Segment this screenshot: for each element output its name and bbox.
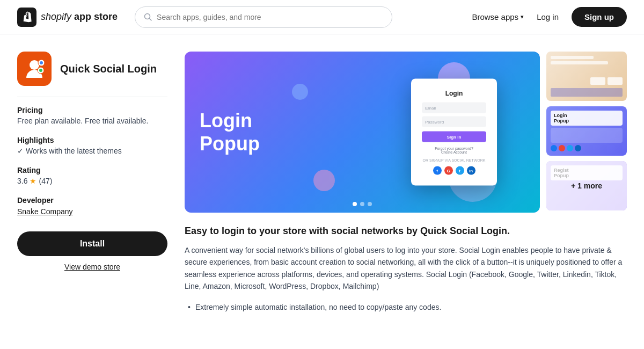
email-field: Email	[422, 103, 486, 113]
browse-apps-label: Browse apps	[472, 12, 518, 21]
login-modal: Login Email Password Sign In Forgot your…	[411, 79, 497, 186]
carousel-dot-2[interactable]	[360, 202, 364, 206]
signin-btn: Sign In	[422, 132, 486, 142]
app-header-row: Quick Social Login	[17, 52, 167, 86]
highlight-1: ✓ Works with the latest themes	[17, 147, 167, 155]
content: Login Popup Login Email Password Si	[185, 52, 627, 313]
install-button[interactable]: Install	[17, 231, 167, 256]
app-heading: Easy to login to your store with social …	[185, 226, 627, 237]
divider-1	[17, 97, 167, 97]
login-button[interactable]: Log in	[537, 12, 559, 21]
modal-links: Forgot your password? Create Account	[422, 147, 486, 154]
developer-link[interactable]: Snake Company	[17, 207, 73, 216]
pricing-label: Pricing	[17, 106, 167, 114]
login-line2: Popup	[200, 132, 260, 155]
thumb-2-content: LoginPopup	[546, 106, 627, 156]
login-line1: Login	[200, 109, 260, 132]
pricing-section: Pricing Free plan available. Free trial …	[17, 106, 167, 125]
thumbnails: LoginPopup + 1 more R	[546, 52, 627, 213]
app-description: A convenient way for social network's bi…	[185, 244, 627, 293]
logo-text: shopify app store	[41, 11, 118, 23]
browse-apps-button[interactable]: Browse apps ▾	[472, 12, 524, 21]
sidebar: Quick Social Login Pricing Free plan ava…	[17, 52, 167, 313]
thumb-3-content: + 1 more RegistPopup	[546, 161, 627, 210]
svg-rect-0	[17, 8, 36, 27]
rating-row: 3.6 ★ (47)	[17, 177, 167, 185]
header-nav: Browse apps ▾ Log in Sign up	[472, 7, 627, 27]
developer-label: Developer	[17, 196, 167, 205]
modal-divider: OR SIGNUP VIA SOCIAL NETWORK	[422, 158, 486, 162]
search-input[interactable]	[157, 13, 383, 21]
search-icon	[144, 13, 152, 21]
header: shopify app store Browse apps ▾ Log in S…	[0, 0, 644, 34]
app-icon-svg	[21, 55, 48, 82]
shopify-logo-icon	[17, 8, 36, 27]
main-image-content: Login Popup Login Email Password Si	[185, 52, 540, 213]
thumb-2-label: LoginPopup	[551, 111, 623, 126]
highlight-1-text: Works with the latest themes	[26, 147, 122, 155]
feature-item-1: Extremely simple automatic installation,…	[185, 301, 627, 313]
demo-link[interactable]: View demo store	[17, 263, 167, 271]
carousel-dot-3[interactable]	[368, 202, 372, 206]
star-icon: ★	[30, 177, 36, 185]
carousel-dots	[353, 202, 372, 206]
highlights-label: Highlights	[17, 136, 167, 144]
main-screenshot[interactable]: Login Popup Login Email Password Si	[185, 52, 540, 213]
password-field: Password	[422, 117, 486, 127]
facebook-icon: f	[433, 166, 442, 175]
thumb-1-content	[546, 52, 627, 101]
more-label: + 1 more	[546, 161, 627, 210]
app-icon	[17, 52, 52, 86]
chevron-down-icon: ▾	[521, 13, 524, 20]
rating-section: Rating 3.6 ★ (47)	[17, 166, 167, 185]
rating-value: 3.6	[17, 177, 27, 185]
logo: shopify app store	[17, 8, 118, 27]
svg-point-5	[40, 61, 43, 64]
carousel-dot-1[interactable]	[353, 202, 357, 206]
linkedin-icon: in	[467, 166, 475, 175]
social-buttons: f G t in	[422, 166, 486, 175]
app-title: Quick Social Login	[60, 63, 157, 75]
twitter-icon: t	[456, 166, 464, 175]
rating-label: Rating	[17, 166, 167, 174]
thumbnail-2[interactable]: LoginPopup	[546, 106, 627, 156]
svg-point-7	[39, 69, 42, 72]
thumbnail-1[interactable]	[546, 52, 627, 101]
google-icon: G	[444, 166, 453, 175]
check-icon: ✓	[17, 147, 24, 155]
signup-button[interactable]: Sign up	[572, 7, 627, 27]
highlights-section: Highlights ✓ Works with the latest theme…	[17, 136, 167, 155]
main-container: Quick Social Login Pricing Free plan ava…	[0, 34, 644, 313]
search-bar[interactable]	[135, 6, 392, 28]
app-features-list: Extremely simple automatic installation,…	[185, 301, 627, 313]
thumbnail-3[interactable]: + 1 more RegistPopup	[546, 161, 627, 210]
pricing-value: Free plan available. Free trial availabl…	[17, 117, 167, 125]
developer-section: Developer Snake Company	[17, 196, 167, 216]
rating-count: (47)	[39, 177, 52, 185]
login-modal-title: Login	[422, 90, 486, 97]
media-gallery: Login Popup Login Email Password Si	[185, 52, 627, 213]
svg-point-3	[30, 60, 39, 70]
login-popup-text: Login Popup	[200, 109, 260, 155]
